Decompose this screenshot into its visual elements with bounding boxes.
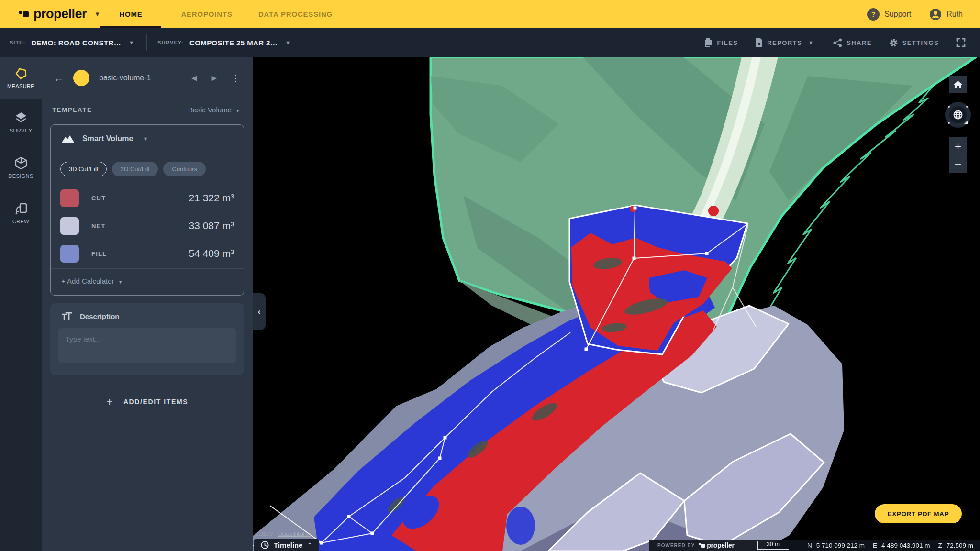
help-icon: ? (867, 8, 880, 21)
left-tool-rail: MEASURE SURVEY DESIGNS CREW (0, 57, 42, 551)
survey-dropdown-value[interactable]: COMPOSITE 25 MAR 2… (189, 39, 278, 47)
tab-3d-cutfill[interactable]: 3D Cut/Fill (60, 162, 107, 176)
northing-value: 5 710 099.212 m (816, 542, 865, 549)
survey-chevron-down-icon[interactable]: ▼ (283, 40, 292, 45)
description-input[interactable] (58, 328, 236, 363)
survey-layers-icon (14, 111, 28, 124)
smart-volume-card: Smart Volume ▼ 3D Cut/Fill 2D Cut/Fill C… (50, 124, 244, 296)
export-pdf-map-button[interactable]: EXPORT PDF MAP (875, 504, 962, 523)
rail-item-crew[interactable]: CREW (0, 190, 42, 236)
measurement-title: basic-volume-1 (99, 74, 181, 82)
share-label: SHARE (846, 39, 872, 46)
tab-2d-cutfill[interactable]: 2D Cut/Fill (112, 162, 158, 176)
tab-contours[interactable]: Contours (163, 162, 206, 176)
settings-gear-icon (889, 38, 898, 47)
description-title: Description (80, 312, 120, 320)
more-options-kebab-icon[interactable]: ⋮ (231, 73, 240, 84)
net-label: NET (91, 222, 106, 230)
template-label: TEMPLATE (52, 106, 92, 113)
text-icon (62, 312, 72, 320)
tab-home[interactable]: HOME (100, 0, 161, 28)
fill-color-swatch (60, 245, 79, 263)
reports-button[interactable]: REPORTS ▼ (755, 38, 816, 47)
cesium-label: CESIUM (255, 531, 274, 537)
tab-data-processing[interactable]: DATA PROCESSING (249, 0, 342, 28)
timeline-button[interactable]: Timeline ⌃ (254, 539, 319, 551)
tab-data-processing-label: DATA PROCESSING (258, 10, 333, 18)
next-measurement-icon[interactable]: ▶ (207, 74, 221, 82)
template-chevron-down-icon: ▼ (234, 108, 242, 113)
previous-measurement-icon[interactable]: ◀ (188, 74, 201, 82)
support-label: Support (884, 10, 911, 19)
add-edit-items-button[interactable]: + ADD/EDIT ITEMS (42, 395, 253, 408)
tab-contours-label: Contours (172, 165, 197, 173)
panel-collapse-handle[interactable]: ‹ (253, 293, 266, 330)
template-dropdown[interactable]: Basic Volume ▼ (188, 106, 242, 114)
home-view-button[interactable] (949, 76, 967, 93)
globe-icon (953, 110, 963, 120)
share-button[interactable]: SHARE (833, 38, 872, 47)
zoom-control: + − (949, 137, 967, 173)
volume-mountain-icon (61, 134, 75, 143)
description-card: Description (50, 303, 244, 375)
rail-label-designs: DESIGNS (8, 173, 33, 179)
propeller-logo-text: propeller (33, 7, 87, 22)
rail-item-measure[interactable]: MEASURE (0, 57, 42, 99)
back-arrow-icon[interactable]: ← (53, 71, 65, 85)
cut-color-swatch (60, 189, 79, 207)
rail-label-survey: SURVEY (10, 128, 32, 133)
zoom-out-button[interactable]: − (955, 158, 961, 170)
propeller-logo[interactable]: propeller ▼ (19, 0, 100, 28)
settings-label: SETTINGS (902, 39, 939, 46)
measurement-panel: ← basic-volume-1 ◀ ▶ ⋮ TEMPLATE Basic Vo… (42, 57, 253, 551)
fullscreen-icon[interactable] (956, 38, 966, 47)
zoom-in-button[interactable]: + (955, 141, 961, 152)
files-button[interactable]: FILES (704, 38, 738, 47)
reports-chevron-down-icon: ▼ (806, 40, 816, 45)
easting-value: 4 489 043.901 m (881, 542, 930, 549)
map-terrain-3d[interactable] (253, 57, 980, 551)
survey-label: SURVEY: (157, 40, 184, 45)
powered-by: POWERED BY propeller (657, 541, 735, 549)
share-icon (833, 38, 842, 47)
rail-item-designs[interactable]: DESIGNS (0, 145, 42, 190)
compass-tilt-icon (964, 121, 968, 124)
timeline-label: Timeline (274, 541, 303, 549)
add-calculator-label: + Add Calculator (61, 277, 114, 285)
support-button[interactable]: ? Support (867, 8, 911, 21)
add-calculator-button[interactable]: + Add Calculator ▼ (61, 277, 125, 285)
data-attribution-link[interactable]: Data attribution (278, 531, 311, 537)
context-toolbar: SITE: DEMO: ROAD CONSTR… ▼ SURVEY: COMPO… (0, 28, 980, 57)
add-edit-items-label: ADD/EDIT ITEMS (123, 398, 188, 406)
site-label: SITE: (10, 40, 25, 45)
site-dropdown-value[interactable]: DEMO: ROAD CONSTR… (31, 39, 121, 47)
tab-home-label: HOME (119, 10, 142, 18)
settings-button[interactable]: SETTINGS (889, 38, 939, 47)
tab-aeropoints-label: AEROPOINTS (181, 10, 232, 18)
tab-3d-cutfill-label: 3D Cut/Fill (69, 165, 98, 173)
logo-chevron-down-icon[interactable]: ▼ (94, 11, 100, 18)
powered-by-label: POWERED BY (657, 543, 695, 548)
compass-globe-control[interactable] (945, 102, 971, 128)
compass-dot (948, 122, 950, 124)
tab-aeropoints[interactable]: AEROPOINTS (168, 0, 245, 28)
map-controls: + − (949, 76, 967, 173)
toolbar-divider (146, 34, 147, 51)
map-viewport[interactable]: ‹ + − CESIUM Data attribution Timeline ⌃… (253, 57, 980, 551)
reports-label: REPORTS (767, 39, 802, 46)
compass-dot (966, 106, 968, 108)
northing-label: N (807, 542, 812, 549)
measurement-color-dot[interactable] (73, 70, 89, 86)
elevation-label: Z (938, 542, 942, 549)
map-status-bar: POWERED BY propeller 30 m N 5 710 099.21… (649, 540, 980, 551)
plus-icon: + (106, 395, 113, 408)
rail-item-survey[interactable]: SURVEY (0, 99, 42, 145)
site-chevron-down-icon[interactable]: ▼ (127, 40, 136, 45)
compass-dot (948, 106, 950, 108)
calculator-chevron-down-icon[interactable]: ▼ (143, 136, 148, 142)
user-avatar-icon (929, 8, 942, 21)
user-name: Ruth (947, 10, 963, 19)
rail-label-crew: CREW (12, 219, 29, 224)
user-menu[interactable]: Ruth (929, 8, 963, 21)
elevation-value: 72.509 m (947, 542, 973, 549)
